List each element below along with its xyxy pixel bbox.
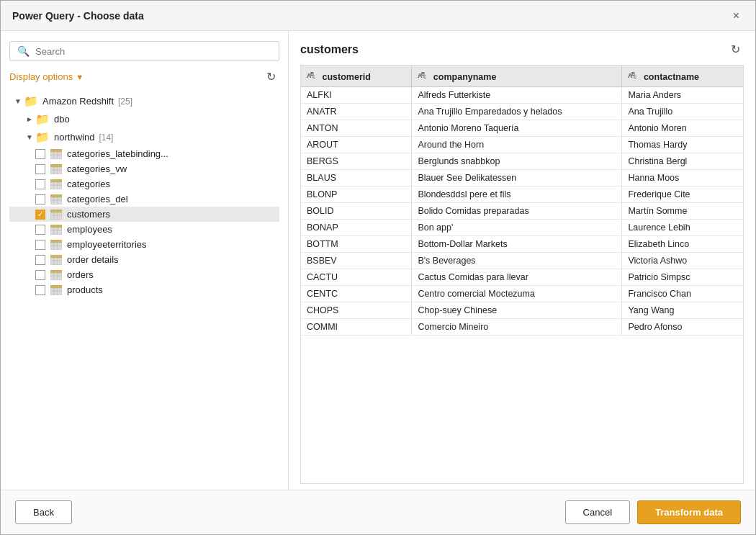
right-buttons: Cancel Transform data (565, 500, 741, 524)
table-cell: ALFKI (301, 87, 412, 104)
col-header-customerid[interactable]: A B C customerid (301, 66, 412, 87)
table-cell: BSBEV (301, 253, 412, 269)
close-button[interactable]: × (729, 8, 744, 24)
tree-item-dbo[interactable]: ► 📁 dbo (9, 110, 279, 128)
checkbox-products[interactable] (35, 285, 45, 295)
svg-rect-5 (50, 149, 62, 152)
tree-item-categories-latebinding[interactable]: categories_latebinding... (9, 146, 279, 161)
tree-label-orders: orders (67, 269, 94, 280)
tree-count-northwind: [14] (99, 132, 113, 143)
table-cell: Blondesddsl pere et fils (412, 186, 622, 203)
tree-item-categories-del[interactable]: categories_del (9, 192, 279, 207)
main-content: 🔍 Display options ▼ ↻ ▼ 📁 Amazon Redshif… (1, 31, 755, 490)
table-row: ANATRAna Trujillo Emparedados y heladosA… (301, 104, 743, 120)
tree-item-employees[interactable]: employees (9, 222, 279, 237)
checkbox-employeeterritories[interactable] (35, 240, 45, 250)
search-icon: 🔍 (17, 45, 30, 57)
tree-label-categories-latebinding: categories_latebinding... (67, 148, 168, 159)
tree-item-northwind[interactable]: ▼ 📁 northwind [14] (9, 128, 279, 146)
checkbox-orders[interactable] (35, 270, 45, 280)
tree-label-order-details: order details (67, 254, 119, 265)
checkbox-customers[interactable] (35, 210, 45, 220)
svg-rect-41 (50, 240, 62, 243)
search-input[interactable] (35, 46, 271, 57)
tree-item-customers[interactable]: customers (9, 207, 279, 222)
table-icon-order-details (50, 255, 63, 265)
table-cell: Pedro Afonso (622, 319, 743, 336)
dialog-title: Power Query - Choose data (12, 10, 144, 22)
table-cell: Ana Trujillo (622, 104, 743, 120)
cancel-button[interactable]: Cancel (565, 500, 630, 524)
expand-icon-northwind: ▼ (24, 133, 35, 141)
table-icon-employees (50, 225, 63, 235)
table-cell: BERGS (301, 153, 412, 170)
table-refresh-button[interactable]: ↻ (727, 41, 744, 58)
tree-label-categories-del: categories_del (67, 194, 128, 204)
tree-label-employeeterritories: employeeterritories (67, 239, 147, 250)
data-table: A B C customerid (301, 66, 743, 336)
table-cell: BONAP (301, 220, 412, 236)
table-cell: ANTON (301, 120, 412, 137)
table-cell: Centro comercial Moctezuma (412, 286, 622, 302)
tree-item-categories-vw[interactable]: categories_vw (9, 161, 279, 176)
svg-text:C: C (312, 75, 316, 79)
table-row: CACTUCactus Comidas para llevarPatricio … (301, 269, 743, 286)
col-type-icon-companyname: A B C (418, 70, 428, 80)
checkbox-order-details[interactable] (35, 255, 45, 265)
left-panel: 🔍 Display options ▼ ↻ ▼ 📁 Amazon Redshif… (1, 31, 289, 490)
table-title: customers (300, 43, 359, 56)
table-cell: Frederique Cite (622, 186, 743, 203)
table-row: CHOPSChop-suey ChineseYang Wang (301, 302, 743, 319)
table-cell: Yang Wang (622, 302, 743, 319)
table-scroll-container[interactable]: A B C customerid (301, 66, 743, 483)
table-cell: Laurence Lebih (622, 220, 743, 236)
expand-icon-dbo: ► (24, 115, 35, 123)
display-options-row: Display options ▼ ↻ (9, 68, 279, 85)
col-type-icon-customerid: A B C (307, 70, 317, 80)
table-row: ANTONAntonio Moreno TaqueríaAntonio More… (301, 120, 743, 137)
col-header-companyname[interactable]: A B C companyname (412, 66, 622, 87)
transform-data-button[interactable]: Transform data (637, 500, 741, 524)
tree-container[interactable]: ▼ 📁 Amazon Redshift [25] ► 📁 dbo ▼ 📁 nor… (9, 92, 279, 484)
col-header-companyname-label: companyname (433, 72, 497, 82)
table-cell: Antonio Moren (622, 120, 743, 137)
table-cell: Christina Bergl (622, 153, 743, 170)
right-panel: customers ↻ A B (289, 31, 755, 490)
tree-label-customers: customers (67, 209, 110, 220)
tree-item-products[interactable]: products (9, 282, 279, 297)
table-icon-vw (50, 164, 63, 174)
left-refresh-button[interactable]: ↻ (263, 68, 279, 85)
tree-label-categories-vw: categories_vw (67, 163, 127, 174)
table-cell: CHOPS (301, 302, 412, 319)
tree-item-order-details[interactable]: order details (9, 252, 279, 267)
tree-item-employeeterritories[interactable]: employeeterritories (9, 237, 279, 252)
table-cell: Cactus Comidas para llevar (412, 269, 622, 286)
display-options-button[interactable]: Display options ▼ (9, 71, 84, 82)
table-row: CENTCCentro comercial MoctezumaFrancisco… (301, 286, 743, 302)
tree-item-orders[interactable]: orders (9, 267, 279, 282)
table-cell: Bon app' (412, 220, 622, 236)
table-cell: Bolido Comidas preparadas (412, 203, 622, 220)
checkbox-categories-vw[interactable] (35, 164, 45, 174)
col-header-contactname[interactable]: A B C contactname (622, 66, 743, 87)
table-row: BERGSBerglunds snabbkopChristina Bergl (301, 153, 743, 170)
table-cell: Maria Anders (622, 87, 743, 104)
svg-rect-59 (50, 285, 62, 288)
table-cell: CACTU (301, 269, 412, 286)
checkbox-employees[interactable] (35, 225, 45, 235)
table-cell: Blauer See Delikatessen (412, 170, 622, 186)
tree-item-categories[interactable]: categories (9, 176, 279, 192)
svg-rect-29 (50, 210, 62, 212)
table-cell: COMMI (301, 319, 412, 336)
col-type-icon-contactname: A B C (628, 70, 638, 80)
checkbox-categories-latebinding[interactable] (35, 149, 45, 159)
back-button[interactable]: Back (15, 500, 72, 524)
checkbox-categories[interactable] (35, 179, 45, 189)
title-bar: Power Query - Choose data × (1, 1, 755, 31)
checkbox-categories-del[interactable] (35, 194, 45, 204)
table-cell: B's Beverages (412, 253, 622, 269)
table-cell: Thomas Hardy (622, 137, 743, 153)
tree-item-amazon[interactable]: ▼ 📁 Amazon Redshift [25] (9, 92, 279, 110)
folder-icon: 📁 (24, 94, 38, 108)
table-cell: Ana Trujillo Emparedados y helados (412, 104, 622, 120)
